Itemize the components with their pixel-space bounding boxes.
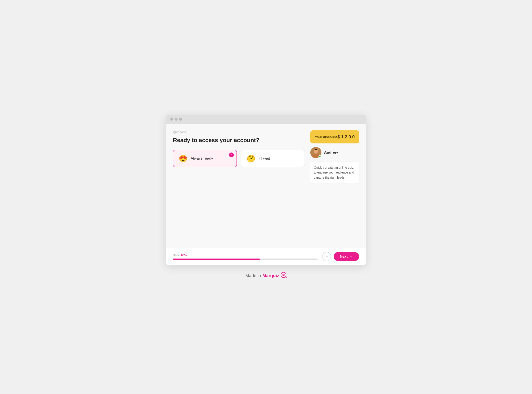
online-indicator <box>319 155 321 158</box>
next-button[interactable]: Next → <box>334 252 359 261</box>
next-label: Next <box>340 254 348 259</box>
browser-dot-1 <box>170 118 173 121</box>
option-emoji-2: 🤔 <box>247 154 255 163</box>
browser-content: Quiz name Ready to access your account? … <box>166 124 366 248</box>
spacer <box>173 174 305 241</box>
avatar-wrap <box>310 147 321 158</box>
description-text: Quickly create an online quiz to engage … <box>314 166 354 179</box>
back-button[interactable]: ← <box>322 252 331 261</box>
browser-window: Quiz name Ready to access your account? … <box>166 115 366 265</box>
progress-bar-fill <box>173 259 260 260</box>
back-arrow-icon: ← <box>325 254 329 259</box>
progress-label: Done 60% <box>173 254 318 257</box>
option-check-icon: ✓ <box>229 152 234 157</box>
browser-dot-2 <box>175 118 178 121</box>
marquiz-logo-icon <box>280 272 287 278</box>
progress-bar-bg <box>173 259 318 260</box>
user-name: Andrew <box>324 150 338 155</box>
svg-point-6 <box>283 275 284 275</box>
discount-label: Your discount <box>315 135 337 139</box>
browser-titlebar <box>166 115 366 124</box>
browser-dot-3 <box>179 118 182 121</box>
options-row: 😍 Always ready ✓ 🤔 I'll wait <box>173 150 305 167</box>
main-panel: Quiz name Ready to access your account? … <box>173 130 305 241</box>
option-ill-wait[interactable]: 🤔 I'll wait <box>241 150 305 167</box>
sidebar-panel: Your discount $ 1 2 0 0 <box>310 130 359 241</box>
discount-card: Your discount $ 1 2 0 0 <box>310 130 359 143</box>
quiz-name-label: Quiz name <box>173 130 305 134</box>
next-arrow-icon: → <box>349 254 353 259</box>
footer-made-in: Made in <box>245 273 261 278</box>
progress-percent: 60% <box>181 254 187 257</box>
done-label: Done <box>173 254 180 257</box>
question-title: Ready to access your account? <box>173 137 305 144</box>
description-card: Quickly create an online quiz to engage … <box>310 162 359 183</box>
option-emoji-1: 😍 <box>179 154 187 163</box>
bottom-bar: Done 60% ← Next → <box>166 248 366 265</box>
nav-buttons: ← Next → <box>322 252 359 261</box>
marquiz-icon <box>280 272 287 279</box>
user-row: Andrew <box>310 147 359 158</box>
progress-section: Done 60% <box>173 254 318 260</box>
option-label-2: I'll wait <box>259 156 270 161</box>
footer-marquiz: Marquiz <box>262 273 279 278</box>
discount-amount: $ 1 2 0 0 <box>337 134 355 140</box>
option-always-ready[interactable]: 😍 Always ready ✓ <box>173 150 237 167</box>
option-label-1: Always ready <box>191 156 213 161</box>
footer-brand: Made in Marquiz <box>245 272 287 279</box>
